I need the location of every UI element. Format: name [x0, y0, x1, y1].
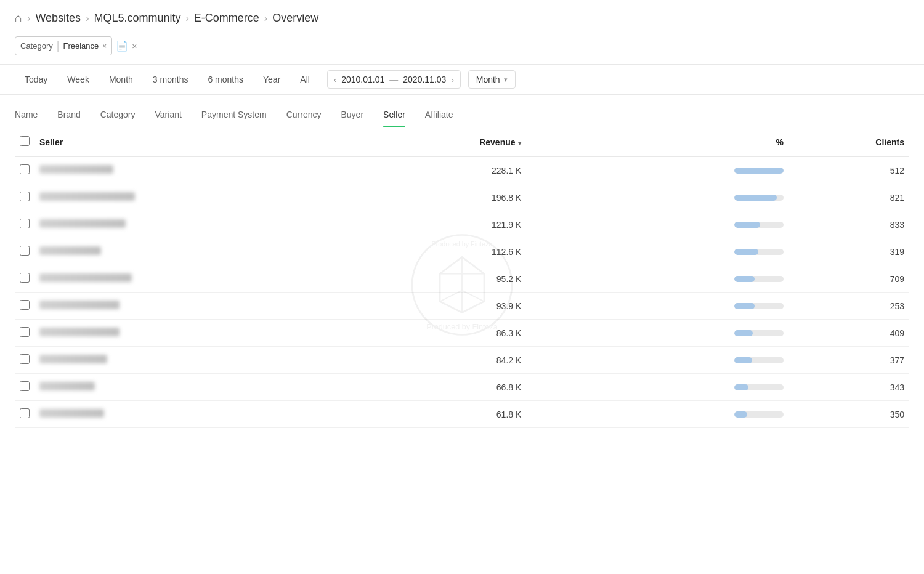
- filter-bar: Category | Freelance × 📄 ×: [0, 33, 924, 64]
- filter-tag-close[interactable]: ×: [102, 42, 107, 51]
- breadcrumb-sep-3: ›: [186, 13, 189, 24]
- seller-name-cell: [34, 265, 364, 293]
- tab-buyer[interactable]: Buyer: [341, 102, 363, 127]
- time-btn-week[interactable]: Week: [57, 70, 99, 89]
- row-checkbox[interactable]: [20, 300, 30, 310]
- time-btn-all[interactable]: All: [290, 70, 320, 89]
- progress-bar-fill: [734, 168, 784, 174]
- tab-seller[interactable]: Seller: [383, 102, 405, 127]
- seller-name-blurred: [39, 355, 107, 363]
- percent-cell: [526, 184, 788, 211]
- home-icon[interactable]: ⌂: [15, 11, 22, 25]
- seller-name-blurred: [39, 192, 135, 201]
- filter-tag-value: Freelance: [63, 41, 99, 51]
- breadcrumb-overview[interactable]: Overview: [272, 12, 318, 25]
- revenue-cell: 61.8 K: [364, 401, 526, 428]
- tab-currency[interactable]: Currency: [286, 102, 322, 127]
- breadcrumb-ecommerce[interactable]: E-Commerce: [194, 12, 259, 25]
- revenue-cell: 112.6 K: [364, 238, 526, 265]
- clients-cell: 350: [788, 401, 909, 428]
- clients-cell: 343: [788, 374, 909, 401]
- row-checkbox-cell: [15, 401, 34, 428]
- progress-bar-fill: [734, 222, 760, 228]
- percent-cell: [526, 320, 788, 347]
- seller-name-blurred: [39, 219, 126, 228]
- seller-name-blurred: [39, 301, 120, 309]
- seller-name-blurred: [39, 273, 132, 282]
- tab-variant[interactable]: Variant: [155, 102, 182, 127]
- percent-cell: [526, 211, 788, 238]
- table-row: 121.9 K833: [15, 211, 909, 238]
- breadcrumb-websites[interactable]: Websites: [35, 12, 81, 25]
- seller-name-cell: [34, 293, 364, 320]
- row-checkbox[interactable]: [20, 164, 30, 174]
- row-checkbox[interactable]: [20, 219, 30, 228]
- date-start: 2010.01.01: [341, 75, 384, 84]
- breadcrumb: ⌂ › Websites › MQL5.community › E-Commer…: [0, 0, 924, 33]
- breadcrumb-sep-4: ›: [264, 13, 267, 24]
- percent-cell: [526, 347, 788, 374]
- col-header-revenue[interactable]: Revenue ▾: [364, 127, 526, 157]
- date-next-arrow[interactable]: ›: [451, 75, 453, 84]
- table-row: 93.9 K253: [15, 293, 909, 320]
- clients-cell: 319: [788, 238, 909, 265]
- row-checkbox[interactable]: [20, 273, 30, 283]
- header-checkbox-cell: [15, 127, 34, 157]
- row-checkbox[interactable]: [20, 246, 30, 256]
- tab-payment-system[interactable]: Payment System: [201, 102, 267, 127]
- time-btn-today[interactable]: Today: [15, 70, 57, 89]
- seller-name-cell: [34, 374, 364, 401]
- revenue-cell: 93.9 K: [364, 293, 526, 320]
- revenue-cell: 228.1 K: [364, 157, 526, 184]
- percent-cell: [526, 293, 788, 320]
- row-checkbox[interactable]: [20, 381, 30, 391]
- filter-tag-category[interactable]: Category | Freelance ×: [15, 36, 112, 55]
- row-checkbox[interactable]: [20, 327, 30, 337]
- tab-brand[interactable]: Brand: [57, 102, 80, 127]
- time-btn-3months[interactable]: 3 months: [143, 70, 198, 89]
- row-checkbox[interactable]: [20, 192, 30, 201]
- seller-name-blurred: [39, 328, 120, 336]
- col-header-clients[interactable]: Clients: [788, 127, 909, 157]
- date-end: 2020.11.03: [403, 75, 446, 84]
- col-header-seller[interactable]: Seller: [34, 127, 364, 157]
- sort-icon: ▾: [517, 140, 522, 147]
- date-prev-arrow[interactable]: ‹: [334, 75, 336, 84]
- row-checkbox-cell: [15, 374, 34, 401]
- time-btn-year[interactable]: Year: [253, 70, 290, 89]
- groupby-label: Month: [476, 75, 500, 84]
- tab-name[interactable]: Name: [15, 102, 38, 127]
- progress-bar-fill: [734, 195, 777, 201]
- seller-name-cell: [34, 184, 364, 211]
- tab-affiliate[interactable]: Affiliate: [425, 102, 453, 127]
- time-btn-6months[interactable]: 6 months: [198, 70, 253, 89]
- table-row: 66.8 K343: [15, 374, 909, 401]
- tab-category[interactable]: Category: [100, 102, 136, 127]
- filter-tag-key: Category: [20, 41, 53, 51]
- groupby-arrow: ▾: [504, 76, 508, 84]
- time-btn-month[interactable]: Month: [99, 70, 143, 89]
- filter-clear-button[interactable]: ×: [132, 41, 137, 51]
- row-checkbox[interactable]: [20, 408, 30, 418]
- revenue-cell: 196.8 K: [364, 184, 526, 211]
- tabs-bar: Name Brand Category Variant Payment Syst…: [0, 102, 924, 127]
- row-checkbox[interactable]: [20, 354, 30, 364]
- select-all-checkbox[interactable]: [20, 136, 30, 146]
- breadcrumb-mql5[interactable]: MQL5.community: [94, 12, 180, 25]
- progress-bar-fill: [734, 330, 753, 336]
- filter-icon-button[interactable]: 📄: [116, 40, 128, 52]
- table-row: 228.1 K512: [15, 157, 909, 184]
- clients-cell: 253: [788, 293, 909, 320]
- table-row: 112.6 K319: [15, 238, 909, 265]
- progress-bar-fill: [734, 357, 753, 363]
- percent-cell: [526, 374, 788, 401]
- percent-cell: [526, 157, 788, 184]
- col-header-percent[interactable]: %: [526, 127, 788, 157]
- seller-name-cell: [34, 157, 364, 184]
- clients-cell: 512: [788, 157, 909, 184]
- date-range-picker[interactable]: ‹ 2010.01.01 — 2020.11.03 ›: [327, 70, 461, 89]
- groupby-dropdown[interactable]: Month ▾: [468, 70, 516, 89]
- breadcrumb-sep-1: ›: [27, 13, 30, 24]
- table-container: Seller Revenue ▾ % Clients 228.1 K512196…: [0, 127, 924, 428]
- row-checkbox-cell: [15, 320, 34, 347]
